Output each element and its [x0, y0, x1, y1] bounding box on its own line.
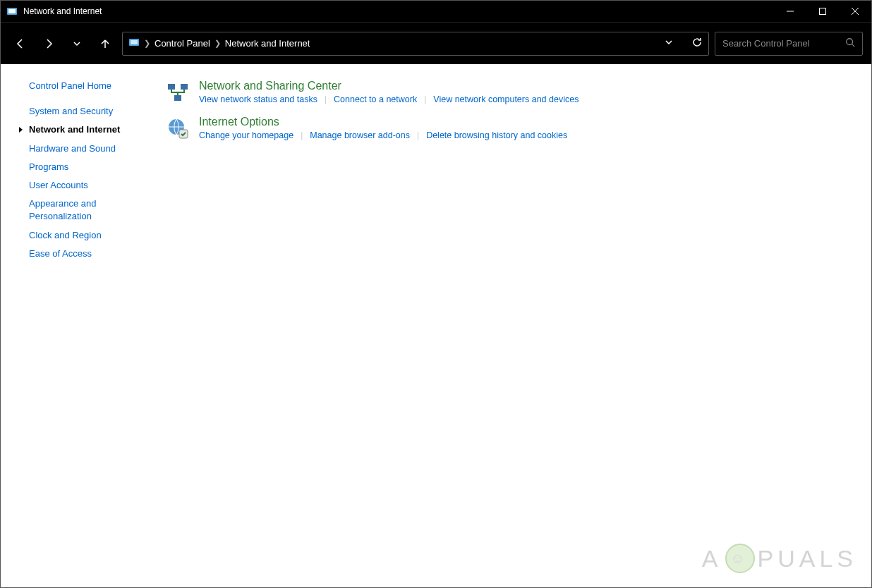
- address-bar[interactable]: ❯ Control Panel ❯ Network and Internet: [122, 32, 709, 56]
- sidebar-item-programs[interactable]: Programs: [1, 158, 145, 176]
- window-title: Network and Internet: [23, 6, 774, 16]
- svg-rect-7: [131, 40, 138, 44]
- watermark: A ☺ PUALS: [702, 544, 857, 573]
- chevron-right-icon: ❯: [144, 39, 150, 48]
- category-links: View network status and tasks | Connect …: [199, 94, 579, 104]
- titlebar: Network and Internet: [1, 1, 871, 22]
- divider: |: [325, 94, 327, 104]
- svg-rect-12: [174, 95, 181, 101]
- sidebar-item-home[interactable]: Control Panel Home: [1, 77, 145, 95]
- sidebar-item-clock-region[interactable]: Clock and Region: [1, 226, 145, 245]
- svg-rect-1: [8, 9, 16, 13]
- watermark-text-rest: PUALS: [758, 545, 858, 572]
- link-view-network-computers[interactable]: View network computers and devices: [433, 94, 579, 104]
- watermark-text-a: A: [702, 545, 722, 572]
- link-connect-network[interactable]: Connect to a network: [334, 94, 417, 104]
- window-controls: [774, 1, 871, 22]
- svg-point-8: [847, 39, 853, 45]
- network-icon: [166, 81, 189, 104]
- sidebar-item-appearance[interactable]: Appearance and Personalization: [1, 195, 145, 226]
- back-button[interactable]: [9, 32, 32, 55]
- sidebar: Control Panel Home System and Security N…: [1, 64, 145, 587]
- svg-rect-11: [181, 84, 188, 90]
- category-title-internet-options[interactable]: Internet Options: [199, 116, 567, 128]
- search-icon[interactable]: [845, 37, 855, 49]
- category-title-network-sharing[interactable]: Network and Sharing Center: [199, 80, 579, 92]
- content-area: Control Panel Home System and Security N…: [1, 64, 871, 587]
- link-manage-addons[interactable]: Manage browser add-ons: [310, 130, 410, 140]
- sidebar-item-hardware-sound[interactable]: Hardware and Sound: [1, 140, 145, 158]
- search-box[interactable]: [715, 32, 863, 56]
- recent-dropdown[interactable]: [66, 32, 88, 55]
- sidebar-item-network-internet[interactable]: Network and Internet: [1, 121, 145, 139]
- refresh-button[interactable]: [691, 37, 703, 50]
- svg-rect-10: [168, 84, 175, 90]
- minimize-button[interactable]: [774, 1, 806, 22]
- address-dropdown[interactable]: [665, 38, 673, 49]
- link-change-homepage[interactable]: Change your homepage: [199, 130, 293, 140]
- category-links: Change your homepage | Manage browser ad…: [199, 130, 567, 140]
- sidebar-item-user-accounts[interactable]: User Accounts: [1, 176, 145, 195]
- divider: |: [424, 94, 426, 104]
- divider: |: [301, 130, 303, 140]
- chevron-right-icon: ❯: [214, 39, 221, 48]
- maximize-button[interactable]: [806, 1, 839, 22]
- app-icon: [6, 6, 18, 17]
- category-internet-options: Internet Options Change your homepage | …: [166, 116, 864, 140]
- svg-rect-3: [820, 8, 826, 15]
- divider: |: [417, 130, 419, 140]
- category-network-sharing: Network and Sharing Center View network …: [166, 80, 864, 104]
- link-view-network-status[interactable]: View network status and tasks: [199, 94, 317, 104]
- globe-icon: [166, 117, 189, 140]
- toolbar: ❯ Control Panel ❯ Network and Internet: [1, 22, 871, 64]
- search-input[interactable]: [722, 38, 845, 49]
- link-delete-history[interactable]: Delete browsing history and cookies: [426, 130, 567, 140]
- sidebar-item-ease-of-access[interactable]: Ease of Access: [1, 245, 145, 263]
- sidebar-item-system-security[interactable]: System and Security: [1, 102, 145, 121]
- close-button[interactable]: [839, 1, 871, 22]
- up-button[interactable]: [94, 32, 116, 55]
- forward-button[interactable]: [37, 32, 60, 55]
- control-panel-icon: [128, 37, 140, 50]
- breadcrumb-current[interactable]: Network and Internet: [225, 38, 310, 49]
- main-panel: Network and Sharing Center View network …: [145, 64, 871, 587]
- breadcrumb-root[interactable]: Control Panel: [155, 38, 210, 49]
- watermark-face-icon: ☺: [725, 544, 755, 573]
- svg-line-9: [852, 44, 855, 47]
